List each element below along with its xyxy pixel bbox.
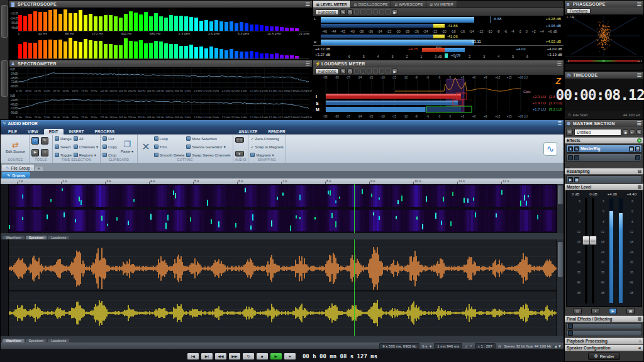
- playback-processing-header[interactable]: Playback Processing ∩: [565, 337, 643, 344]
- stop-button[interactable]: ■: [256, 353, 269, 360]
- expand-icon[interactable]: ▶: [392, 69, 397, 74]
- regions-menu[interactable]: Regions▾: [74, 153, 98, 157]
- power-icon[interactable]: ▶: [568, 177, 573, 182]
- effect-slot-masterrig[interactable]: ● ∿ MasterRig ▤ ☰: [566, 145, 642, 153]
- ribbon-tab-analyze[interactable]: ANALYZE: [233, 129, 262, 134]
- silence-generator-button[interactable]: Silence Generator▾: [186, 145, 230, 149]
- preset-slot[interactable]: [354, 9, 359, 14]
- panel-menu-icon[interactable]: ☰: [557, 62, 562, 67]
- meter-tab-wavescope[interactable]: ▤WAVESCOPE: [391, 1, 426, 8]
- edit-settings-icon[interactable]: ✎: [340, 9, 346, 15]
- panel-menu-icon[interactable]: ☰: [637, 2, 641, 7]
- playhead-cursor[interactable]: [354, 184, 355, 233]
- panel-menu-icon[interactable]: ☰: [637, 73, 641, 78]
- crop-button[interactable]: Crop: [103, 153, 117, 157]
- ribbon-tab-process[interactable]: PROCESS: [89, 129, 119, 134]
- final-effects-header[interactable]: Final Effects / Dithering ⊞: [565, 315, 643, 322]
- master-level-header[interactable]: Master Level ⊞: [565, 184, 643, 190]
- snap-magnets-checkbox[interactable]: ✓Snap to Magnets: [250, 145, 283, 149]
- resampling-slot[interactable]: ▶ ▤: [566, 175, 642, 184]
- ribbon-tab-file[interactable]: FILE: [3, 129, 22, 134]
- preset-slot[interactable]: [360, 69, 365, 74]
- loudness-titlebar[interactable]: ⚡ LOUDNESS METER ☰: [313, 60, 564, 67]
- file-tab-drums[interactable]: ∿ Drums: [2, 172, 30, 178]
- effects-header[interactable]: Effects: [565, 137, 643, 144]
- panel-menu-icon[interactable]: ☰: [637, 121, 641, 126]
- fader-left[interactable]: [585, 198, 587, 304]
- loop-button[interactable]: ↻: [242, 353, 255, 360]
- audio-options-button[interactable]: ▾: [235, 151, 244, 156]
- magnifier-icon[interactable]: ⌕: [470, 344, 472, 348]
- waveform-content[interactable]: [9, 239, 557, 336]
- resampling-header[interactable]: Resampling ⊟: [565, 168, 643, 175]
- preset-name-field[interactable]: Untitled: [574, 129, 621, 136]
- window-info[interactable]: 1 mn 946 ms: [434, 343, 462, 349]
- main-view-tab-bar[interactable]: WaveformSpectrumLoudness: [1, 336, 564, 343]
- preset-slot[interactable]: [367, 9, 372, 14]
- magnets-menu[interactable]: Magnets▾: [250, 153, 283, 157]
- range-button[interactable]: Range: [55, 136, 72, 141]
- pencil-tool[interactable]: ✎: [41, 137, 48, 145]
- ribbon-tab-render[interactable]: RENDER: [263, 129, 290, 134]
- reset-icon[interactable]: ◷: [347, 9, 353, 15]
- render-button[interactable]: ⚙ Render: [588, 353, 619, 360]
- insert-icon[interactable]: ⇤: [630, 129, 635, 135]
- speaker-button[interactable]: ▶: [609, 308, 617, 314]
- ribbon-tab-edit[interactable]: EDIT: [44, 129, 64, 134]
- spectrogram-content[interactable]: [9, 184, 557, 233]
- mute-selection-button[interactable]: Mute Selection: [186, 136, 230, 141]
- time-select-tool[interactable]: ▭: [31, 137, 39, 145]
- dropdown-icon[interactable]: ▾: [430, 344, 431, 348]
- slot-menu-icon[interactable]: ☰: [635, 146, 640, 151]
- overview-tab-bar[interactable]: WaveformSpectrumLoudness: [1, 233, 564, 239]
- spectroscope-titlebar[interactable]: ▓ SPECTROSCOPE ☰: [9, 1, 312, 8]
- range-info[interactable]: 6 s: [422, 344, 427, 348]
- mono-button[interactable]: ◎: [574, 308, 582, 314]
- final-effect-slot-1[interactable]: [566, 323, 642, 329]
- gear-icon[interactable]: ⚙: [566, 129, 573, 136]
- curve-icon[interactable]: [574, 155, 579, 160]
- panel-menu-icon[interactable]: ☰: [306, 2, 310, 7]
- spectrogram-vscrollbar[interactable]: [557, 184, 564, 233]
- go-end-button[interactable]: ▶|: [201, 353, 213, 360]
- meter-tab-level-meter[interactable]: ▤LEVEL METER: [313, 1, 351, 8]
- waveform-view[interactable]: [1, 239, 564, 336]
- dock-tab-2[interactable]: [1, 60, 8, 97]
- timecode-titlebar[interactable]: ◷ TIMECODE ☰: [565, 72, 643, 79]
- preset-slot[interactable]: [354, 69, 359, 74]
- channels-menu[interactable]: Channels▾: [74, 145, 98, 149]
- effect-slot-empty[interactable]: [566, 153, 642, 162]
- edit-settings-icon[interactable]: ✎: [340, 69, 346, 74]
- master-titlebar[interactable]: ⚙ MASTER SECTION ☰: [565, 120, 643, 127]
- timecode-ref[interactable]: File Start: [573, 113, 588, 117]
- audition-tool[interactable]: ♫: [41, 149, 48, 156]
- zoom-info[interactable]: x 1 : 207: [475, 343, 496, 349]
- ribbon-tab-insert[interactable]: INSERT: [64, 129, 89, 134]
- all-button[interactable]: All: [74, 136, 98, 141]
- preset-slot[interactable]: [379, 9, 384, 14]
- speaker-configuration-header[interactable]: Speaker Configuration ◄: [565, 344, 643, 351]
- edit-source-button[interactable]: ⇄ Edit Source: [4, 136, 27, 158]
- panel-menu-icon[interactable]: ☰: [306, 62, 310, 67]
- slot-menu-icon[interactable]: [635, 155, 640, 160]
- spectrometer-titlebar[interactable]: A SPECTROMETER ☰: [9, 60, 312, 67]
- playhead-cursor[interactable]: [354, 239, 355, 336]
- editor-titlebar[interactable]: ∿ AUDIO EDITOR ☰: [1, 120, 564, 126]
- lock-button[interactable]: ▣: [626, 308, 635, 314]
- paste-button[interactable]: ❐ Paste ▾: [119, 136, 135, 158]
- preset-icon[interactable]: ▤: [629, 146, 634, 151]
- zero-crossing-checkbox[interactable]: ✓Zero-Crossing: [250, 136, 283, 141]
- clock-icon[interactable]: ◷: [498, 344, 501, 348]
- copy-button[interactable]: Copy: [103, 145, 117, 149]
- loop-button[interactable]: Loop: [154, 136, 185, 141]
- swap-channels-button[interactable]: Swap Stereo Channels: [186, 153, 230, 157]
- preset-slot[interactable]: [386, 69, 391, 74]
- monitor-icon[interactable]: ◉: [623, 129, 628, 135]
- meter-tab-oscilloscope[interactable]: ▤OSCILLOSCOPE: [351, 1, 392, 8]
- phasescope-titlebar[interactable]: ⧈ PHASESCOPE ☰: [565, 1, 643, 8]
- go-start-button[interactable]: |◀: [187, 353, 199, 360]
- fader-right[interactable]: [592, 198, 594, 304]
- edit-icon[interactable]: ✎: [636, 129, 642, 135]
- meter-tab-vu-meter[interactable]: ▤VU METER: [426, 1, 457, 8]
- smooth-delete-button[interactable]: Smooth Delete: [154, 153, 185, 157]
